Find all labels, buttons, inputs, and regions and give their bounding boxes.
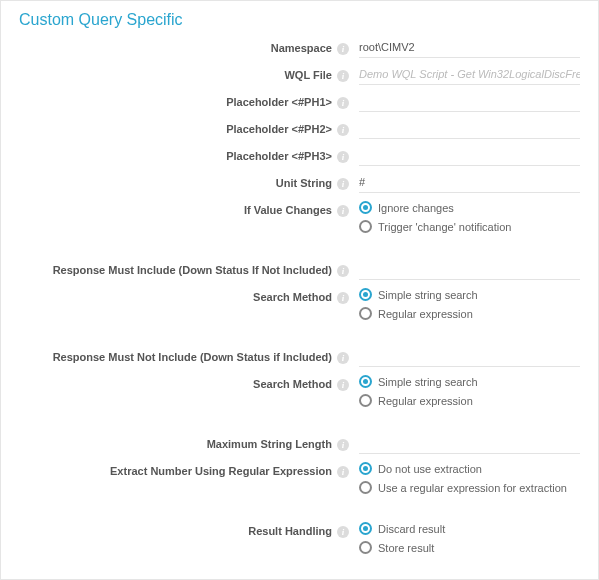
label-result-handling: Result Handling i: [19, 520, 359, 538]
row-search-method-2: Search Method i Simple string search Reg…: [19, 373, 580, 413]
row-ph3: Placeholder <#PH3> i: [19, 145, 580, 166]
label-wql-file: WQL File i: [19, 64, 359, 82]
radio-icon: [359, 375, 372, 388]
info-icon[interactable]: i: [337, 124, 349, 136]
info-icon[interactable]: i: [337, 70, 349, 82]
row-search-method-1: Search Method i Simple string search Reg…: [19, 286, 580, 326]
label-ph2: Placeholder <#PH2> i: [19, 118, 359, 136]
info-icon[interactable]: i: [337, 265, 349, 277]
info-icon[interactable]: i: [337, 178, 349, 190]
row-unit-string: Unit String i: [19, 172, 580, 193]
row-result-handling: Result Handling i Discard result Store r…: [19, 520, 580, 560]
info-icon[interactable]: i: [337, 151, 349, 163]
radio-simple-search-2[interactable]: Simple string search: [359, 375, 580, 388]
ph1-input[interactable]: [359, 91, 580, 112]
label-unit-string: Unit String i: [19, 172, 359, 190]
row-namespace: Namespace i: [19, 37, 580, 58]
label-max-string-len: Maximum String Length i: [19, 433, 359, 451]
info-icon[interactable]: i: [337, 352, 349, 364]
radio-icon: [359, 201, 372, 214]
radio-simple-search-1[interactable]: Simple string search: [359, 288, 580, 301]
info-icon[interactable]: i: [337, 439, 349, 451]
label-namespace: Namespace i: [19, 37, 359, 55]
max-string-len-input[interactable]: [359, 433, 580, 454]
info-icon[interactable]: i: [337, 205, 349, 217]
section-title: Custom Query Specific: [19, 11, 580, 29]
radio-use-regex-extraction[interactable]: Use a regular expression for extraction: [359, 481, 580, 494]
radio-discard-result[interactable]: Discard result: [359, 522, 580, 535]
info-icon[interactable]: i: [337, 466, 349, 478]
info-icon[interactable]: i: [337, 97, 349, 109]
radio-icon: [359, 394, 372, 407]
row-ph1: Placeholder <#PH1> i: [19, 91, 580, 112]
radio-regex-1[interactable]: Regular expression: [359, 307, 580, 320]
namespace-input[interactable]: [359, 37, 580, 58]
info-icon[interactable]: i: [337, 526, 349, 538]
info-icon[interactable]: i: [337, 292, 349, 304]
radio-icon: [359, 307, 372, 320]
label-ph1: Placeholder <#PH1> i: [19, 91, 359, 109]
row-resp-must-include: Response Must Include (Down Status If No…: [19, 259, 580, 280]
label-ph3: Placeholder <#PH3> i: [19, 145, 359, 163]
label-extract-regex: Extract Number Using Regular Expression …: [19, 460, 359, 478]
info-icon[interactable]: i: [337, 379, 349, 391]
radio-icon: [359, 462, 372, 475]
row-max-string-len: Maximum String Length i: [19, 433, 580, 454]
resp-must-not-include-input[interactable]: [359, 346, 580, 367]
radio-store-result[interactable]: Store result: [359, 541, 580, 554]
label-resp-must-not-include: Response Must Not Include (Down Status i…: [19, 346, 359, 364]
label-if-value-changes: If Value Changes i: [19, 199, 359, 217]
label-search-method-1: Search Method i: [19, 286, 359, 304]
radio-icon: [359, 220, 372, 233]
row-resp-must-not-include: Response Must Not Include (Down Status i…: [19, 346, 580, 367]
wql-file-input[interactable]: [359, 64, 580, 85]
ph3-input[interactable]: [359, 145, 580, 166]
radio-trigger-change[interactable]: Trigger 'change' notification: [359, 220, 580, 233]
radio-icon: [359, 288, 372, 301]
resp-must-include-input[interactable]: [359, 259, 580, 280]
row-extract-regex: Extract Number Using Regular Expression …: [19, 460, 580, 500]
label-resp-must-include: Response Must Include (Down Status If No…: [19, 259, 359, 277]
radio-icon: [359, 541, 372, 554]
radio-icon: [359, 481, 372, 494]
row-if-value-changes: If Value Changes i Ignore changes Trigge…: [19, 199, 580, 239]
row-ph2: Placeholder <#PH2> i: [19, 118, 580, 139]
ph2-input[interactable]: [359, 118, 580, 139]
row-wql-file: WQL File i: [19, 64, 580, 85]
label-search-method-2: Search Method i: [19, 373, 359, 391]
unit-string-input[interactable]: [359, 172, 580, 193]
info-icon[interactable]: i: [337, 43, 349, 55]
radio-no-extraction[interactable]: Do not use extraction: [359, 462, 580, 475]
radio-regex-2[interactable]: Regular expression: [359, 394, 580, 407]
radio-icon: [359, 522, 372, 535]
radio-ignore-changes[interactable]: Ignore changes: [359, 201, 580, 214]
